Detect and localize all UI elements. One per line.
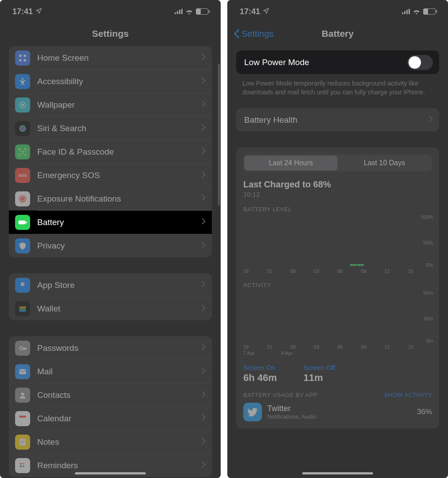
chevron-right-icon — [202, 367, 206, 376]
page-title: Settings — [92, 28, 129, 39]
location-icon — [263, 7, 269, 16]
svg-rect-22 — [19, 416, 26, 417]
accessibility-icon — [15, 74, 30, 89]
chevron-right-icon — [202, 54, 206, 62]
settings-row-contacts[interactable]: Contacts — [9, 383, 212, 407]
activity-label: ACTIVITY — [243, 282, 432, 288]
passwords-icon — [15, 341, 30, 356]
svg-point-20 — [21, 393, 24, 396]
settings-row-label: Home Screen — [37, 53, 202, 63]
nav-header: Settings — [0, 21, 221, 46]
low-power-mode-row[interactable]: Low Power Mode — [236, 51, 439, 74]
svg-point-27 — [20, 462, 22, 464]
svg-rect-15 — [19, 307, 26, 308]
settings-row-appstore[interactable]: App Store — [9, 273, 212, 297]
settings-row-passwords[interactable]: Passwords — [9, 336, 212, 360]
home-indicator[interactable] — [302, 472, 373, 474]
settings-row-label: Wallet — [37, 304, 202, 314]
settings-row-label: Passwords — [37, 343, 202, 353]
time-range-segment[interactable]: Last 24 Hours Last 10 Days — [243, 155, 432, 171]
page-title: Battery — [322, 28, 354, 39]
settings-row-accessibility[interactable]: Accessibility — [9, 70, 212, 93]
appstore-icon — [15, 278, 30, 293]
chevron-right-icon — [202, 438, 206, 446]
settings-row-home-screen[interactable]: Home Screen — [9, 46, 212, 70]
settings-row-siri[interactable]: Siri & Search — [9, 117, 212, 140]
settings-row-label: Reminders — [37, 461, 202, 470]
usage-by-app-header: BATTERY USAGE BY APP SHOW ACTIVITY — [243, 392, 432, 398]
settings-row-label: Mail — [37, 367, 202, 377]
svg-point-9 — [23, 151, 24, 151]
usage-summary: Screen On 6h 46m Screen Off 11m — [243, 364, 432, 384]
svg-point-30 — [23, 465, 24, 467]
svg-rect-23 — [19, 439, 25, 445]
settings-row-label: Battery — [37, 218, 202, 227]
settings-row-label: Contacts — [37, 390, 202, 400]
twitter-icon — [243, 403, 262, 421]
status-bar: 17:41 — [227, 0, 448, 21]
settings-row-mail[interactable]: Mail — [9, 360, 212, 383]
screen-off-value: 11m — [304, 372, 335, 384]
svg-point-6 — [22, 104, 24, 106]
app-sub: Notifications, Audio — [267, 413, 412, 420]
svg-point-4 — [22, 78, 23, 80]
settings-row-label: Privacy — [37, 241, 202, 251]
battery-health-row[interactable]: Battery Health — [236, 108, 439, 132]
settings-group: App StoreWallet — [9, 273, 212, 320]
settings-row-exposure[interactable]: Exposure Notifications — [9, 187, 212, 210]
lpm-note: Low Power Mode temporarily reduces backg… — [227, 76, 448, 97]
svg-point-8 — [21, 151, 22, 151]
wallet-icon — [15, 301, 30, 316]
faceid-icon — [15, 144, 30, 159]
wallpaper-icon — [15, 97, 30, 113]
chevron-right-icon — [202, 241, 206, 250]
settings-list[interactable]: Home ScreenAccessibilityWallpaperSiri & … — [0, 46, 221, 478]
wifi-icon — [413, 8, 421, 15]
svg-rect-19 — [19, 369, 26, 374]
svg-point-29 — [23, 462, 24, 464]
cellular-icon — [402, 9, 410, 14]
settings-group: Home ScreenAccessibilityWallpaperSiri & … — [9, 46, 212, 257]
settings-row-label: Accessibility — [37, 77, 202, 86]
svg-rect-0 — [19, 54, 22, 57]
battery-content[interactable]: Low Power Mode Low Power Mode temporaril… — [227, 46, 448, 478]
app-usage-row[interactable]: Twitter Notifications, Audio 36% — [243, 403, 432, 421]
seg-24h[interactable]: Last 24 Hours — [244, 155, 338, 171]
low-power-mode-group: Low Power Mode — [236, 51, 439, 74]
svg-rect-17 — [19, 310, 26, 311]
settings-row-label: Wallpaper — [37, 100, 202, 110]
chevron-right-icon — [202, 281, 206, 289]
settings-row-battery[interactable]: Battery — [9, 210, 212, 234]
svg-rect-3 — [24, 59, 26, 61]
svg-point-10 — [22, 198, 24, 200]
calendar-icon — [15, 411, 30, 426]
settings-row-label: Notes — [37, 437, 202, 447]
settings-row-sos[interactable]: SOSEmergency SOS — [9, 163, 212, 187]
svg-rect-16 — [19, 308, 26, 310]
chevron-right-icon — [202, 461, 206, 470]
show-activity-link[interactable]: SHOW ACTIVITY — [384, 392, 432, 398]
settings-row-faceid[interactable]: Face ID & Passcode — [9, 140, 212, 163]
app-pct: 36% — [417, 408, 432, 416]
activity-chart: 60m 30m 0m — [243, 292, 432, 342]
settings-row-notes[interactable]: Notes — [9, 430, 212, 454]
last-charged-title: Last Charged to 68% — [243, 179, 432, 190]
scrollbar-thumb[interactable] — [218, 64, 220, 206]
seg-10d[interactable]: Last 10 Days — [338, 155, 431, 171]
status-bar: 17:41 — [0, 0, 221, 21]
home-indicator[interactable] — [75, 472, 146, 474]
sos-icon: SOS — [15, 168, 30, 183]
back-button[interactable]: Settings — [234, 21, 273, 46]
lpm-toggle[interactable] — [407, 55, 433, 70]
svg-rect-14 — [26, 221, 27, 223]
chevron-right-icon — [429, 116, 433, 124]
chevron-right-icon — [202, 194, 206, 203]
settings-row-privacy[interactable]: Privacy — [9, 234, 212, 257]
status-time: 17:41 — [12, 7, 33, 16]
svg-rect-1 — [24, 54, 26, 57]
settings-row-wallpaper[interactable]: Wallpaper — [9, 93, 212, 117]
cellular-icon — [175, 9, 183, 14]
settings-row-wallet[interactable]: Wallet — [9, 297, 212, 320]
chevron-right-icon — [202, 77, 206, 85]
settings-row-calendar[interactable]: Calendar — [9, 407, 212, 430]
